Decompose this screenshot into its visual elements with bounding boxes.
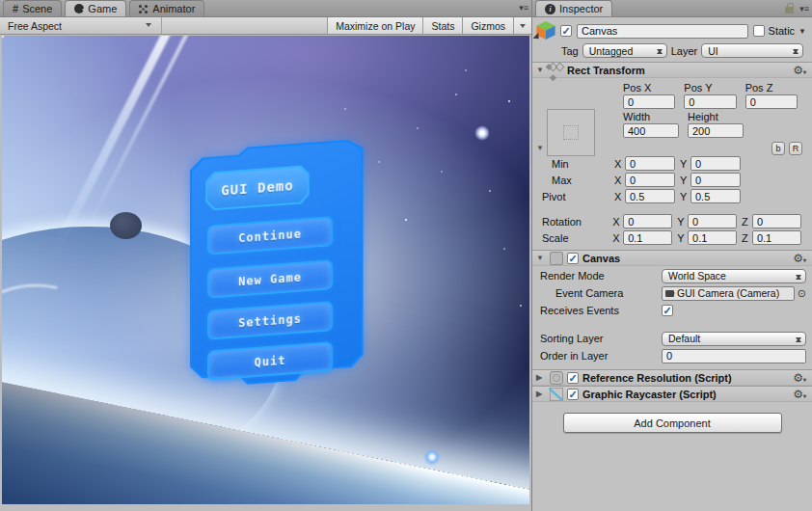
rect-transform-header[interactable]: ▼ Rect Transform ⚙▾ bbox=[532, 62, 812, 78]
sorting-layer-value: Default bbox=[668, 333, 700, 344]
rotation-z-field[interactable]: 0 bbox=[752, 214, 801, 229]
stats-button[interactable]: Stats bbox=[422, 17, 462, 34]
foldout-open-icon[interactable]: ▼ bbox=[536, 254, 546, 262]
scale-z-field[interactable]: 0.1 bbox=[752, 230, 801, 245]
anchor-min-x-field[interactable]: 0 bbox=[625, 156, 675, 171]
dropdown-arrows-icon bbox=[656, 47, 663, 56]
tab-game-label: Game bbox=[88, 3, 117, 14]
scale-x-field[interactable]: 0.1 bbox=[623, 230, 672, 245]
rect-transform-title: Rect Transform bbox=[567, 65, 645, 76]
component-gear-button[interactable]: ⚙▾ bbox=[793, 389, 806, 400]
static-checkbox[interactable] bbox=[753, 25, 765, 37]
pos-y-label: Pos Y bbox=[684, 82, 744, 94]
object-picker-icon[interactable]: ⊙ bbox=[798, 287, 806, 300]
foldout-open-icon[interactable]: ▼ bbox=[536, 66, 546, 74]
stats-label: Stats bbox=[431, 20, 454, 32]
caret-down-icon: ▾ bbox=[803, 376, 806, 384]
pos-x-field[interactable]: 0 bbox=[623, 94, 675, 109]
component-gear-button[interactable]: ⚙▾ bbox=[793, 253, 806, 264]
blue-star-glow bbox=[423, 448, 441, 466]
pos-z-field[interactable]: 0 bbox=[745, 94, 798, 109]
game-view-pane: # Scene Game Animator ▾≡ Free Aspect Max… bbox=[0, 0, 531, 511]
tab-animator[interactable]: Animator bbox=[129, 0, 204, 16]
sorting-layer-dropdown[interactable]: Default bbox=[662, 332, 806, 346]
width-field[interactable]: 400 bbox=[623, 123, 679, 138]
sorting-layer-label: Sorting Layer bbox=[540, 333, 662, 344]
receives-events-label: Receives Events bbox=[540, 305, 662, 316]
caret-down-icon: ▾ bbox=[799, 4, 803, 13]
raw-edit-mode-button[interactable]: R bbox=[789, 142, 802, 155]
canvas-component: ▼ ✓ Canvas ⚙▾ Render Mode World Space Ev… bbox=[532, 250, 812, 369]
maximize-on-play-button[interactable]: Maximize on Play bbox=[327, 17, 422, 34]
dropdown-arrows-icon bbox=[792, 47, 798, 56]
canvas-component-title: Canvas bbox=[582, 253, 620, 264]
gear-icon: ⚙ bbox=[793, 389, 803, 400]
axis-x-label: X bbox=[614, 191, 623, 202]
anchor-max-x-field[interactable]: 0 bbox=[625, 173, 675, 187]
bright-star bbox=[474, 125, 490, 141]
tab-game[interactable]: Game bbox=[65, 0, 126, 16]
gizmos-label: Gizmos bbox=[471, 20, 505, 32]
graphic-raycaster-icon bbox=[550, 388, 563, 401]
rotation-x-field[interactable]: 0 bbox=[623, 214, 672, 229]
add-component-button[interactable]: Add Component bbox=[563, 413, 782, 433]
dropdown-arrows-icon bbox=[795, 336, 801, 344]
foldout-closed-icon[interactable]: ▶ bbox=[536, 390, 546, 398]
graphic-raycaster-title: Graphic Raycaster (Script) bbox=[582, 389, 717, 400]
graphic-raycaster-checkbox[interactable]: ✓ bbox=[567, 389, 579, 400]
render-mode-dropdown[interactable]: World Space bbox=[662, 269, 806, 283]
gizmos-button[interactable]: Gizmos bbox=[462, 17, 513, 34]
chevron-down-icon bbox=[520, 24, 526, 31]
pivot-y-field[interactable]: 0.5 bbox=[690, 189, 741, 203]
anchor-max-y-field[interactable]: 0 bbox=[690, 173, 741, 187]
tag-dropdown[interactable]: Untagged bbox=[582, 43, 667, 58]
blueprint-mode-button[interactable]: b bbox=[771, 142, 785, 155]
dropdown-arrows-icon bbox=[795, 273, 801, 282]
component-gear-button[interactable]: ⚙▾ bbox=[793, 65, 806, 76]
gameobject-name-field[interactable]: Canvas bbox=[577, 24, 748, 39]
reference-resolution-checkbox[interactable]: ✓ bbox=[567, 372, 579, 384]
layer-dropdown[interactable]: UI bbox=[701, 43, 803, 58]
pos-y-field[interactable]: 0 bbox=[684, 94, 736, 109]
scale-label: Scale bbox=[532, 232, 612, 244]
anchor-preview[interactable] bbox=[547, 109, 595, 156]
tab-scene-label: Scene bbox=[22, 3, 52, 14]
render-mode-value: World Space bbox=[668, 270, 726, 282]
height-field[interactable]: 200 bbox=[688, 123, 744, 138]
tag-label: Tag bbox=[561, 45, 579, 57]
pivot-x-field[interactable]: 0.5 bbox=[625, 189, 675, 203]
height-label: Height bbox=[688, 111, 752, 122]
active-checkbox[interactable]: ✓ bbox=[560, 25, 572, 37]
tab-animator-label: Animator bbox=[152, 3, 195, 14]
gui-demo-panel: GUI Demo Continue New Game Settings Quit bbox=[190, 139, 364, 389]
rotation-y-field[interactable]: 0 bbox=[688, 214, 737, 229]
event-camera-object-field[interactable]: GUI Camera (Camera) bbox=[662, 286, 795, 301]
axis-x-label: X bbox=[612, 216, 621, 228]
scale-y-field[interactable]: 0.1 bbox=[688, 230, 737, 245]
aspect-dropdown[interactable]: Free Aspect bbox=[0, 17, 162, 34]
scene-grid-icon: # bbox=[13, 3, 18, 14]
gizmos-dropdown-button[interactable] bbox=[513, 17, 531, 34]
inspector-tabbar: i Inspector ▾≡ bbox=[532, 0, 812, 17]
toolbar-spacer bbox=[162, 17, 327, 34]
pane-menu-button[interactable]: ▾≡ bbox=[519, 3, 528, 13]
component-gear-button[interactable]: ⚙▾ bbox=[793, 372, 806, 384]
pos-x-label: Pos X bbox=[623, 82, 684, 94]
reference-resolution-icon bbox=[550, 371, 563, 385]
graphic-raycaster-header[interactable]: ▶ ✓ Graphic Raycaster (Script) ⚙▾ bbox=[532, 386, 812, 402]
order-in-layer-field[interactable]: 0 bbox=[662, 349, 806, 363]
foldout-closed-icon[interactable]: ▶ bbox=[536, 373, 546, 382]
canvas-enabled-checkbox[interactable]: ✓ bbox=[567, 253, 579, 264]
receives-events-checkbox[interactable]: ✓ bbox=[662, 305, 673, 316]
tag-value: Untagged bbox=[589, 45, 634, 57]
gameobject-cube-icon[interactable] bbox=[536, 21, 555, 41]
reference-resolution-header[interactable]: ▶ ✓ Reference Resolution (Script) ⚙▾ bbox=[532, 369, 812, 386]
gear-icon: ⚙ bbox=[793, 253, 803, 264]
static-dropdown-icon[interactable]: ▼ bbox=[798, 27, 806, 36]
axis-x-label: X bbox=[612, 232, 621, 244]
tab-scene[interactable]: # Scene bbox=[3, 0, 62, 16]
anchor-min-y-field[interactable]: 0 bbox=[690, 156, 741, 171]
inspector-menu-button[interactable]: ▾≡ bbox=[785, 3, 808, 13]
tab-inspector[interactable]: i Inspector bbox=[535, 0, 612, 16]
canvas-component-header[interactable]: ▼ ✓ Canvas ⚙▾ bbox=[532, 250, 812, 266]
